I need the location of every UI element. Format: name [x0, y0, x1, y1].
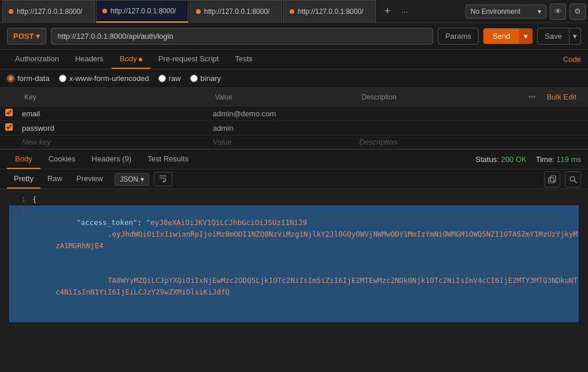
- svg-line-3: [574, 181, 576, 183]
- actions-header: ••• Bulk Edit: [453, 88, 588, 106]
- new-key-field[interactable]: New key: [17, 135, 208, 149]
- tab-2-dot: [102, 9, 107, 13]
- params-button[interactable]: Params: [438, 28, 479, 45]
- row-2-actions: [453, 121, 588, 135]
- row-2-value[interactable]: admin: [208, 121, 355, 135]
- svg-rect-0: [550, 176, 556, 182]
- tabs-bar: http://127.0.0.1:8000/ http://127.0.0.1:…: [0, 0, 588, 23]
- save-button[interactable]: Save: [537, 28, 569, 45]
- bottom-section: Body Cookies Headers (9) Test Results St…: [0, 149, 588, 322]
- row-1-actions: [453, 106, 588, 121]
- raw-radio[interactable]: [158, 75, 166, 82]
- body-options: form-data x-www-form-urlencoded raw bina…: [0, 69, 588, 88]
- resp-tab-raw[interactable]: Raw: [40, 170, 69, 189]
- tabs-more-button[interactable]: ···: [398, 7, 412, 16]
- tab-2-label: http://127.0.0.1:8000/: [110, 7, 182, 15]
- code-link[interactable]: Code: [563, 55, 581, 64]
- urlencoded-option[interactable]: x-www-form-urlencoded: [59, 74, 149, 83]
- form-data-label: form-data: [17, 74, 50, 83]
- bottom-tab-cookies[interactable]: Cookies: [40, 150, 84, 169]
- raw-option[interactable]: raw: [158, 74, 181, 83]
- settings-icon-button[interactable]: ⚙: [569, 3, 586, 20]
- binary-label: binary: [201, 74, 221, 83]
- bottom-tabs: Body Cookies Headers (9) Test Results St…: [0, 150, 588, 170]
- row-2-desc[interactable]: [355, 121, 453, 135]
- tab-2[interactable]: http://127.0.0.1:8000/: [96, 0, 188, 23]
- json-viewer[interactable]: 1 { 2 "access_token": "eyJ0eXAiOiJKV1QiL…: [0, 189, 588, 322]
- row-2-key[interactable]: password: [17, 121, 208, 135]
- send-button[interactable]: Send: [483, 28, 519, 44]
- key-header: Key: [17, 88, 208, 106]
- method-chevron-icon: ▾: [36, 32, 40, 40]
- time-value: 119 ms: [556, 155, 581, 164]
- row-1-value[interactable]: admin@demo.com: [208, 106, 355, 121]
- tab-3[interactable]: http://127.0.0.1:8000/: [190, 0, 282, 23]
- search-button[interactable]: [565, 171, 581, 187]
- copy-button[interactable]: [544, 171, 560, 187]
- tab-authorization[interactable]: Authorization: [7, 50, 67, 69]
- value-header: Value: [208, 88, 355, 106]
- tab-4-label: http://127.0.0.1:8000/: [298, 8, 369, 16]
- row-1-key[interactable]: email: [17, 106, 208, 121]
- method-label: POST: [13, 32, 34, 40]
- binary-radio[interactable]: [190, 75, 198, 82]
- tab-pre-request[interactable]: Pre-request Script: [150, 50, 227, 69]
- row-2-checkbox[interactable]: [5, 123, 13, 131]
- bottom-tab-body[interactable]: Body: [7, 150, 40, 169]
- tab-1[interactable]: http://127.0.0.1:8000/: [2, 0, 95, 23]
- method-select[interactable]: POST ▾: [7, 28, 46, 45]
- request-bar: POST ▾ Params Send ▾ Save ▾: [0, 23, 588, 50]
- sub-tabs: Authorization Headers Body Pre-request S…: [0, 50, 588, 69]
- body-active-dot: [139, 58, 142, 61]
- checkbox-header: [0, 88, 17, 106]
- new-row-actions: [453, 135, 588, 149]
- row-1-desc[interactable]: [355, 106, 453, 121]
- tab-1-dot: [9, 9, 13, 14]
- send-dropdown-button[interactable]: ▾: [519, 28, 532, 44]
- send-group: Send ▾: [483, 28, 532, 44]
- resp-tab-preview[interactable]: Preview: [69, 170, 110, 189]
- json-line-1: 1 {: [9, 194, 579, 205]
- chevron-down-icon: ▾: [538, 8, 541, 16]
- new-value-field[interactable]: Value: [208, 135, 355, 149]
- new-row: New key Value Description: [0, 135, 588, 149]
- urlencoded-radio[interactable]: [59, 75, 66, 82]
- form-data-radio[interactable]: [7, 75, 14, 82]
- copy-icon: [548, 175, 556, 183]
- form-data-option[interactable]: form-data: [7, 74, 50, 83]
- format-label: JSON: [120, 175, 138, 183]
- time-label: Time: 119 ms: [536, 155, 581, 164]
- status-label: Status: 200 OK: [476, 155, 527, 164]
- new-tab-button[interactable]: +: [379, 3, 395, 20]
- tab-4[interactable]: http://127.0.0.1:8000/: [283, 0, 376, 23]
- more-dots: •••: [528, 93, 536, 101]
- bottom-tab-headers[interactable]: Headers (9): [84, 150, 140, 169]
- tab-tests[interactable]: Tests: [227, 50, 260, 69]
- resp-tab-pretty[interactable]: Pretty: [7, 170, 40, 189]
- tab-4-dot: [290, 9, 294, 14]
- desc-header: Description: [355, 88, 453, 106]
- eye-icon-button[interactable]: 👁: [550, 3, 566, 20]
- tab-body[interactable]: Body: [112, 50, 150, 69]
- status-value: 200 OK: [501, 155, 527, 164]
- response-tabs: Pretty Raw Preview JSON ▾: [0, 170, 588, 189]
- save-dropdown-button[interactable]: ▾: [569, 28, 581, 45]
- env-dropdown[interactable]: No Environment ▾: [465, 5, 546, 19]
- bottom-tab-test-results[interactable]: Test Results: [139, 150, 197, 169]
- format-select[interactable]: JSON ▾: [114, 173, 149, 186]
- wrap-button[interactable]: [154, 172, 172, 186]
- new-desc-field[interactable]: Description: [355, 135, 453, 149]
- urlencoded-label: x-www-form-urlencoded: [69, 74, 149, 83]
- env-label: No Environment: [471, 8, 520, 16]
- tab-3-label: http://127.0.0.1:8000/: [204, 8, 276, 16]
- table-row: email admin@demo.com: [0, 106, 588, 121]
- binary-option[interactable]: binary: [190, 74, 221, 83]
- resp-icons: [544, 171, 581, 187]
- bulk-edit-button[interactable]: Bulk Edit: [542, 91, 581, 102]
- table-row: password admin: [0, 121, 588, 135]
- raw-label: raw: [169, 74, 181, 83]
- url-input[interactable]: [51, 28, 433, 45]
- tab-headers[interactable]: Headers: [67, 50, 112, 69]
- wrap-icon: [159, 174, 167, 182]
- row-1-checkbox[interactable]: [5, 109, 13, 116]
